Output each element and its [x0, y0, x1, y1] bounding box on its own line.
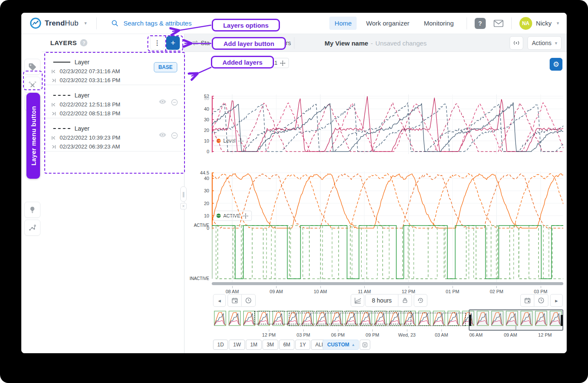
eye-icon[interactable] — [159, 132, 167, 139]
nav-item-home[interactable]: Home — [329, 17, 357, 30]
window-grip[interactable]: ∥ — [470, 326, 562, 330]
layer-end-time: 02/23/2022 06:39:23 AM — [60, 143, 120, 150]
range-button-1m[interactable]: 1M — [246, 340, 262, 350]
pan-left-button[interactable]: ◂ — [213, 294, 226, 307]
remove-layer-icon[interactable] — [171, 99, 178, 106]
custom-range-button[interactable]: CUSTOM ▴ — [323, 340, 359, 350]
overview-axis-tick — [269, 329, 269, 332]
layers-panel: LAYERS ? ⋮ + Layer02/23/2022 07:31:16 AM… — [42, 34, 184, 353]
stacked-label-fragment-end: rs — [286, 40, 291, 46]
nav-item-monitoring[interactable]: Monitoring — [419, 17, 459, 30]
chevron-down-icon: ▾ — [556, 20, 559, 26]
eye-icon[interactable] — [159, 99, 167, 106]
broadcast-button[interactable] — [510, 36, 523, 50]
range-button-1d[interactable]: 1D — [213, 340, 228, 350]
remove-layer-icon[interactable] — [171, 132, 178, 139]
layer-list-item[interactable]: Layer02/22/2022 10:39:23 PM02/23/2022 06… — [42, 118, 184, 151]
layer-end-time: 02/22/2022 08:51:18 PM — [60, 110, 120, 117]
layer-list-item[interactable]: Layer02/23/2022 07:31:16 AM02/23/2022 03… — [42, 52, 184, 85]
clock-icon — [538, 297, 545, 304]
overview-axis-tick — [372, 329, 373, 332]
clock-icon — [245, 297, 252, 304]
time-axis-label: 09 AM — [270, 289, 283, 294]
tags-tool-button[interactable] — [24, 59, 40, 75]
time-button[interactable] — [534, 294, 548, 307]
history-icon — [417, 297, 424, 304]
y-axis-tick: 10 — [184, 213, 209, 218]
y-axis-tick: 44.5 — [184, 170, 209, 175]
calendar-button[interactable] — [520, 294, 534, 307]
panel-collapse-button[interactable]: × — [180, 203, 187, 209]
clear-custom-button[interactable] — [360, 340, 370, 350]
add-layer-button[interactable]: + — [166, 36, 180, 50]
unsaved-status: Unsaved changes — [375, 40, 427, 47]
search-icon — [111, 20, 118, 27]
time-axis-tick — [276, 286, 277, 288]
calendar-button[interactable] — [228, 294, 242, 307]
layer-name: Layer — [75, 125, 89, 132]
formulas-tool-button[interactable] — [24, 77, 40, 93]
arrow-right-icon: ▸ — [555, 297, 558, 304]
range-button-1w[interactable]: 1W — [229, 340, 245, 350]
layer-start-time: 02/23/2022 07:31:16 AM — [60, 68, 120, 74]
right-datetime-group — [520, 294, 548, 307]
time-axis-tick — [364, 286, 365, 288]
help-icon[interactable]: ? — [475, 18, 486, 29]
time-button[interactable] — [242, 294, 256, 307]
layers-panel-header: LAYERS ? ⋮ + — [42, 34, 184, 52]
history-button[interactable] — [414, 294, 427, 307]
layer-item-actions — [159, 132, 178, 139]
actions-button[interactable]: Actions ▾ — [527, 36, 562, 50]
mail-icon[interactable] — [493, 19, 504, 28]
time-axis-label: 10 AM — [314, 289, 327, 294]
trendhub-logo[interactable]: TrendHub ▾ — [30, 17, 87, 29]
overview-axis-label: 12 PM — [538, 332, 552, 337]
top-nav: HomeWork organizerMonitoring — [329, 17, 459, 30]
overview-axis-label: 06 PM — [331, 332, 345, 337]
chart-settings-button[interactable]: ⚙ — [550, 58, 562, 71]
y-axis-tick: 50 — [184, 96, 209, 101]
move-icon[interactable] — [280, 60, 285, 66]
chevron-down-icon[interactable]: ▾ — [84, 20, 87, 26]
annotation-added-layers: Added layers — [211, 56, 274, 69]
time-scrollbar[interactable] — [212, 282, 563, 285]
topbar-right: HomeWork organizerMonitoring ? NA Nicky▾ — [329, 17, 559, 30]
lock-duration-button[interactable] — [398, 294, 412, 307]
overview-axis-label: 06 AM — [469, 332, 482, 337]
help-circle-icon[interactable]: ? — [80, 39, 87, 46]
layer-line-swatch — [53, 128, 70, 129]
compare-view-button[interactable] — [351, 294, 364, 307]
layer-start-time: 02/22/2022 10:39:23 PM — [60, 134, 120, 141]
overview-selection-window[interactable]: ∥ — [469, 309, 563, 331]
range-button-1y[interactable]: 1Y — [295, 340, 310, 350]
calendar-icon — [231, 297, 238, 304]
nav-item-work-organizer[interactable]: Work organizer — [361, 17, 414, 30]
layer-line-swatch — [53, 95, 70, 96]
y-axis-tick: 30 — [184, 117, 209, 122]
time-axis-label: 11 AM — [358, 289, 371, 294]
pan-right-button[interactable]: ▸ — [550, 294, 563, 307]
user-menu[interactable]: NA Nicky▾ — [519, 17, 559, 30]
suggestions-tool-button[interactable] — [24, 202, 40, 218]
context-items-tool-button[interactable] — [24, 220, 40, 236]
title-separator: - — [371, 40, 373, 47]
panel-resize-handle[interactable]: ∥ — [180, 186, 187, 202]
range-button-3m[interactable]: 3M — [262, 340, 278, 350]
window-left-handle[interactable] — [469, 315, 471, 326]
avatar: NA — [519, 17, 532, 30]
y-axis-tick: 20 — [184, 201, 209, 206]
main-area: Sta rs My View name - Unsaved changes Ac… — [184, 34, 567, 353]
swap-icon[interactable] — [192, 40, 199, 46]
layers-options-button[interactable]: ⋮ — [150, 36, 164, 50]
window-right-handle[interactable] — [561, 315, 563, 326]
kebab-icon: ⋮ — [154, 39, 161, 47]
state-axis-label: INACTIVE — [184, 276, 209, 281]
broadcast-icon — [513, 40, 520, 46]
search-input[interactable]: Search tags & attributes — [111, 20, 192, 27]
duration-value[interactable]: 8 hours — [365, 294, 398, 307]
compare-trends-icon — [354, 297, 361, 304]
range-button-6m[interactable]: 6M — [279, 340, 295, 350]
layer-list-item[interactable]: Layer02/22/2022 12:51:18 PM02/22/2022 08… — [42, 85, 184, 118]
window-frame: TrendHub ▾ Search tags & attributes Home… — [0, 0, 588, 383]
overview-axis-label: Wed, 23 — [398, 332, 416, 337]
